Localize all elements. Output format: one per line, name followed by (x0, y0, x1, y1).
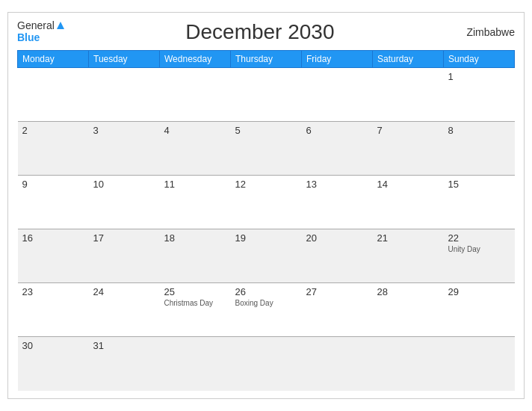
day-number: 17 (93, 232, 155, 244)
header-sunday: Sunday (444, 51, 515, 68)
calendar-cell: 20 (302, 229, 373, 283)
calendar-cell: 7 (373, 122, 444, 176)
calendar-cell (89, 68, 160, 122)
calendar-cell: 14 (373, 176, 444, 229)
calendar-cell: 8 (444, 122, 515, 176)
calendar-cell: 3 (89, 122, 160, 176)
day-number: 18 (164, 232, 226, 244)
calendar-cell: 16 (18, 229, 89, 283)
day-number: 19 (235, 232, 297, 244)
calendar-cell: 15 (444, 176, 515, 229)
day-number: 2 (22, 125, 84, 136)
holiday-label: Boxing Day (235, 299, 297, 307)
week-row-6: 3031 (18, 337, 515, 391)
logo: General Blue (17, 20, 65, 44)
calendar-cell: 6 (302, 122, 373, 176)
calendar-cell: 4 (160, 122, 231, 176)
day-number: 13 (306, 179, 368, 190)
calendar-cell (18, 68, 89, 122)
day-number: 29 (448, 286, 510, 297)
calendar-cell (444, 337, 515, 391)
week-row-1: 1 (18, 68, 515, 122)
weekday-header-row: Monday Tuesday Wednesday Thursday Friday… (18, 51, 515, 68)
calendar-cell: 10 (89, 176, 160, 229)
header-tuesday: Tuesday (89, 51, 160, 68)
day-number: 26 (235, 286, 297, 297)
holiday-label: Christmas Day (164, 299, 226, 307)
day-number: 31 (93, 340, 155, 351)
day-number: 21 (377, 232, 439, 244)
day-number: 30 (22, 340, 84, 351)
calendar-cell: 2 (18, 122, 89, 176)
day-number: 10 (93, 179, 155, 190)
week-row-4: 16171819202122Unity Day (18, 229, 515, 283)
day-number: 5 (235, 125, 297, 136)
header-wednesday: Wednesday (160, 51, 231, 68)
day-number: 15 (448, 179, 510, 190)
calendar-cell: 23 (18, 283, 89, 337)
logo-triangle-icon (56, 21, 65, 30)
logo-general-text: General (17, 20, 55, 31)
day-number: 12 (235, 179, 297, 190)
day-number: 25 (164, 286, 226, 297)
calendar-cell (160, 68, 231, 122)
day-number: 7 (377, 125, 439, 136)
calendar-cell: 21 (373, 229, 444, 283)
calendar-table: Monday Tuesday Wednesday Thursday Friday… (17, 50, 515, 391)
calendar-cell: 31 (89, 337, 160, 391)
header-friday: Friday (302, 51, 373, 68)
country-label: Zimbabwe (455, 26, 515, 38)
calendar-cell: 5 (231, 122, 302, 176)
week-row-2: 2345678 (18, 122, 515, 176)
day-number: 1 (448, 71, 510, 82)
calendar-cell: 13 (302, 176, 373, 229)
svg-marker-0 (57, 22, 64, 29)
calendar-cell: 29 (444, 283, 515, 337)
holiday-label: Unity Day (448, 245, 510, 253)
day-number: 14 (377, 179, 439, 190)
calendar-cell: 1 (444, 68, 515, 122)
day-number: 23 (22, 286, 84, 297)
calendar-cell: 25Christmas Day (160, 283, 231, 337)
day-number: 11 (164, 179, 226, 190)
calendar-cell: 27 (302, 283, 373, 337)
calendar-cell: 30 (18, 337, 89, 391)
calendar-cell: 17 (89, 229, 160, 283)
calendar-cell: 12 (231, 176, 302, 229)
day-number: 6 (306, 125, 368, 136)
calendar-cell: 24 (89, 283, 160, 337)
header-saturday: Saturday (373, 51, 444, 68)
day-number: 4 (164, 125, 226, 136)
calendar-cell (302, 337, 373, 391)
header-thursday: Thursday (231, 51, 302, 68)
week-row-3: 9101112131415 (18, 176, 515, 229)
calendar-cell: 11 (160, 176, 231, 229)
week-row-5: 232425Christmas Day26Boxing Day272829 (18, 283, 515, 337)
calendar-cell (231, 337, 302, 391)
calendar-container: General Blue December 2030 Zimbabwe Mond… (7, 12, 525, 399)
calendar-cell (302, 68, 373, 122)
calendar-cell (373, 337, 444, 391)
calendar-cell: 26Boxing Day (231, 283, 302, 337)
calendar-cell (373, 68, 444, 122)
calendar-cell: 19 (231, 229, 302, 283)
calendar-cell (160, 337, 231, 391)
day-number: 22 (448, 232, 510, 244)
day-number: 16 (22, 232, 84, 244)
day-number: 20 (306, 232, 368, 244)
logo-blue-text: Blue (17, 31, 40, 43)
calendar-title: December 2030 (65, 20, 455, 44)
calendar-cell: 9 (18, 176, 89, 229)
day-number: 24 (93, 286, 155, 297)
calendar-cell (231, 68, 302, 122)
day-number: 9 (22, 179, 84, 190)
day-number: 8 (448, 125, 510, 136)
day-number: 28 (377, 286, 439, 297)
calendar-cell: 22Unity Day (444, 229, 515, 283)
day-number: 27 (306, 286, 368, 297)
calendar-header: General Blue December 2030 Zimbabwe (17, 20, 515, 44)
header-monday: Monday (18, 51, 89, 68)
day-number: 3 (93, 125, 155, 136)
calendar-cell: 18 (160, 229, 231, 283)
calendar-cell: 28 (373, 283, 444, 337)
